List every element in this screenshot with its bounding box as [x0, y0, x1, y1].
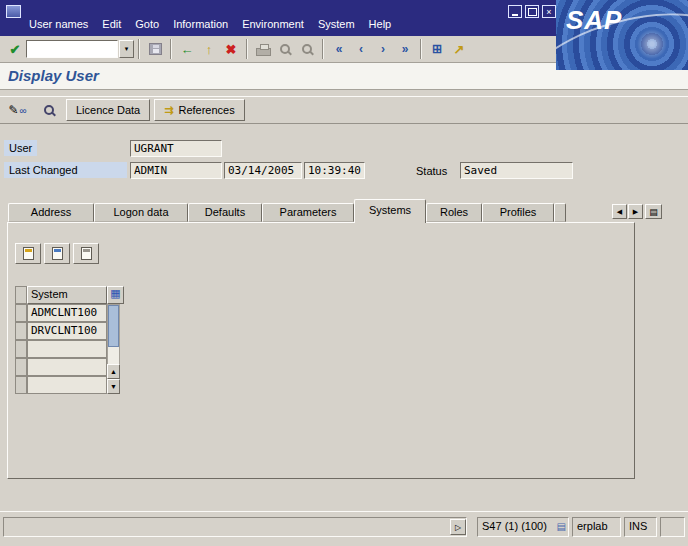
command-history-icon[interactable]: ▾	[119, 40, 134, 58]
close-button[interactable]: ×	[542, 5, 556, 18]
row-selector-cell[interactable]	[15, 376, 27, 394]
system-menu-icon[interactable]	[6, 5, 21, 18]
status-field[interactable]: Saved	[460, 162, 573, 179]
server-field: erplab	[572, 517, 621, 537]
toolbar-separator	[246, 39, 248, 59]
status-extra-field	[660, 517, 685, 537]
table-delete-row-button[interactable]	[73, 243, 99, 264]
scroll-down-icon[interactable]: ▼	[107, 379, 120, 394]
window-controls: ×	[508, 5, 556, 18]
last-changed-date-field[interactable]: 03/14/2005	[224, 162, 302, 179]
tab-overview-icon[interactable]: ▤	[645, 204, 662, 219]
tab-partial[interactable]	[554, 203, 566, 222]
tab-scroll-right-icon[interactable]: ▶	[628, 204, 643, 219]
row-selector-cell[interactable]	[15, 358, 27, 376]
sap-logo-text: SAP	[566, 5, 622, 36]
display-change-button[interactable]: ✎ ∞	[4, 99, 31, 121]
services-list-icon[interactable]: ▤	[557, 521, 566, 532]
table-row[interactable]	[27, 358, 107, 376]
pencil-icon: ✎	[8, 103, 18, 117]
create-shortcut-icon[interactable]: ↗	[448, 38, 470, 60]
last-changed-label: Last Changed	[4, 162, 127, 178]
user-label: User	[4, 140, 37, 156]
standard-toolbar: ✔ ▾ ← ↑ ✖ « ‹ › » ⊞ ↗	[0, 36, 556, 63]
next-page-icon[interactable]: ›	[372, 38, 394, 60]
toolbar-separator	[420, 39, 422, 59]
tab-defaults[interactable]: Defaults	[188, 203, 262, 222]
minimize-button[interactable]	[508, 5, 522, 18]
toolbar-separator	[138, 39, 140, 59]
table-row[interactable]: DRVCLNT100	[27, 322, 107, 340]
system-status-field[interactable]: S47 (1) (100) ▤	[477, 517, 569, 537]
page-title: Display User	[8, 67, 99, 84]
menu-item-user-names[interactable]: User names	[22, 16, 95, 32]
tab-systems[interactable]: Systems	[354, 199, 426, 223]
table-config-icon[interactable]: ▦	[107, 286, 124, 304]
table-select-all-cell[interactable]	[15, 286, 27, 304]
column-header-system[interactable]: System	[27, 286, 107, 304]
find-next-icon[interactable]	[296, 38, 318, 60]
first-page-icon[interactable]: «	[328, 38, 350, 60]
scroll-up-icon[interactable]: ▲	[107, 364, 120, 379]
status-bar: ▷ S47 (1) (100) ▤ erplab INS	[0, 511, 688, 546]
copy-row-icon	[52, 247, 63, 260]
last-changed-by-field[interactable]: ADMIN	[130, 162, 222, 179]
back-icon[interactable]: ←	[176, 38, 198, 60]
insert-mode-field: INS	[624, 517, 657, 537]
status-label: Status	[416, 165, 447, 177]
scrollbar-thumb[interactable]	[108, 305, 119, 347]
menu-item-environment[interactable]: Environment	[235, 16, 311, 32]
tab-profiles[interactable]: Profiles	[482, 203, 554, 222]
glasses-icon: ∞	[19, 105, 26, 116]
cancel-icon[interactable]: ✖	[220, 38, 242, 60]
print-icon[interactable]	[252, 38, 274, 60]
references-button[interactable]: ⇉ References	[154, 99, 244, 121]
user-field[interactable]: UGRANT	[130, 140, 222, 157]
tab-scroll-left-icon[interactable]: ◀	[612, 204, 627, 219]
menu-item-edit[interactable]: Edit	[95, 16, 128, 32]
tab-roles[interactable]: Roles	[426, 203, 482, 222]
last-changed-time-field[interactable]: 10:39:40	[304, 162, 365, 179]
menu-item-help[interactable]: Help	[362, 16, 399, 32]
save-icon[interactable]	[144, 38, 166, 60]
message-expand-icon[interactable]: ▷	[450, 519, 466, 535]
table-row[interactable]: ADMCLNT100	[27, 304, 107, 322]
table-insert-row-button[interactable]	[15, 243, 41, 264]
table-copy-row-button[interactable]	[44, 243, 70, 264]
status-message-field	[3, 517, 467, 537]
tab-logon-data[interactable]: Logon data	[94, 203, 188, 222]
previous-page-icon[interactable]: ‹	[350, 38, 372, 60]
licence-data-button[interactable]: Licence Data	[66, 99, 150, 121]
menu-item-information[interactable]: Information	[166, 16, 235, 32]
references-icon: ⇉	[164, 104, 173, 117]
references-label: References	[178, 104, 234, 116]
menu-items: User names Edit Goto Information Environ…	[22, 16, 398, 32]
find-icon[interactable]	[274, 38, 296, 60]
insert-row-icon	[23, 247, 34, 260]
table-vertical-scrollbar[interactable]: ▲ ▼	[107, 304, 120, 394]
table-row[interactable]	[27, 376, 107, 394]
sap-logo: SAP	[556, 0, 688, 70]
row-selector-cell[interactable]	[15, 304, 27, 322]
row-selector-cell[interactable]	[15, 340, 27, 358]
delete-row-icon	[81, 247, 92, 260]
search-icon	[44, 105, 54, 115]
new-session-icon[interactable]: ⊞	[426, 38, 448, 60]
system-status-text: S47 (1) (100)	[482, 520, 547, 532]
application-toolbar: ✎ ∞ Licence Data ⇉ References	[0, 96, 688, 124]
toolbar-separator	[170, 39, 172, 59]
row-selector-cell[interactable]	[15, 322, 27, 340]
search-button[interactable]	[35, 99, 62, 121]
enter-icon[interactable]: ✔	[4, 38, 26, 60]
tab-parameters[interactable]: Parameters	[262, 203, 354, 222]
table-row[interactable]	[27, 340, 107, 358]
toolbar-separator	[322, 39, 324, 59]
menu-item-goto[interactable]: Goto	[128, 16, 166, 32]
exit-icon[interactable]: ↑	[198, 38, 220, 60]
command-input[interactable]	[26, 40, 118, 58]
maximize-button[interactable]	[525, 5, 539, 18]
tab-address[interactable]: Address	[8, 203, 94, 222]
menu-item-system[interactable]: System	[311, 16, 362, 32]
last-page-icon[interactable]: »	[394, 38, 416, 60]
